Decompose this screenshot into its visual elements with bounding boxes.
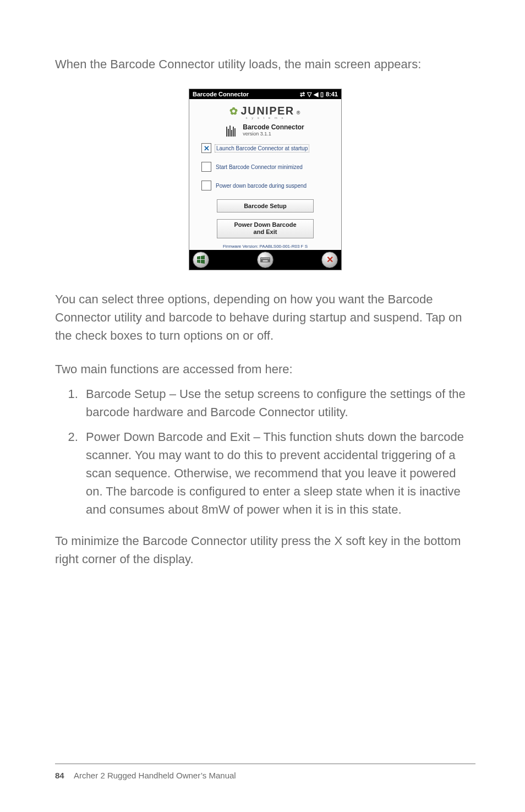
window-title: Barcode Connector	[193, 91, 249, 97]
svg-rect-3	[264, 258, 265, 259]
list-item: Barcode Setup – Use the setup screens to…	[81, 385, 475, 421]
barcode-setup-button[interactable]: Barcode Setup	[217, 199, 314, 212]
power-down-exit-button[interactable]: Power Down Barcode and Exit	[217, 219, 314, 238]
brand-subtext: s y s t e m s	[189, 116, 341, 119]
option-label: Launch Barcode Connector at startup	[215, 144, 309, 152]
checkbox-icon[interactable]: ✕	[201, 143, 211, 153]
intro-paragraph: When the Barcode Connector utility loads…	[55, 55, 475, 73]
svg-rect-5	[266, 258, 267, 259]
two-functions-paragraph: Two main functions are accessed from her…	[55, 360, 475, 378]
clock-text: 8:41	[326, 91, 338, 97]
signal-icon: ▽	[307, 91, 311, 97]
option-launch-startup[interactable]: ✕ Launch Barcode Connector at startup	[201, 143, 332, 153]
start-button[interactable]	[193, 252, 209, 268]
button-line1: Power Down Barcode	[218, 221, 312, 228]
app-title: Barcode Connector	[243, 124, 304, 131]
svg-rect-4	[265, 258, 266, 259]
svg-rect-2	[262, 258, 264, 259]
keyboard-button[interactable]	[257, 252, 274, 268]
device-navbar: ✕	[189, 250, 341, 270]
option-start-minimized[interactable]: Start Barcode Connector minimized	[201, 162, 332, 172]
options-paragraph: You can select three options, depending …	[55, 290, 475, 345]
app-version: version 3.1.1	[243, 131, 304, 137]
volume-icon: ◀	[314, 91, 318, 97]
svg-rect-8	[263, 260, 268, 261]
barcode-icon	[226, 124, 239, 137]
button-line2: and Exit	[218, 228, 312, 236]
svg-rect-6	[267, 258, 269, 259]
close-button[interactable]: ✕	[321, 252, 338, 268]
list-item: Power Down Barcode and Exit – This funct…	[81, 428, 475, 519]
sync-icon: ⇄	[300, 91, 305, 97]
firmware-version: Firmware Version: PAABLS00-001-R03 F S	[189, 244, 341, 249]
brand-logo: ✿ JUNIPER®	[189, 99, 341, 118]
leaf-icon: ✿	[229, 106, 239, 116]
svg-rect-7	[269, 258, 270, 259]
checkbox-icon[interactable]	[201, 181, 211, 190]
screenshot-figure: Barcode Connector ⇄ ▽ ◀ ▯ 8:41 ✿ JUNIPER…	[55, 89, 475, 270]
svg-rect-1	[261, 258, 262, 259]
brand-name: JUNIPER	[241, 105, 294, 117]
app-header: Barcode Connector version 3.1.1	[189, 124, 341, 137]
option-label: Start Barcode Connector minimized	[215, 164, 304, 171]
page-footer: 84 Archer 2 Rugged Handheld Owner’s Manu…	[55, 764, 475, 780]
minimize-paragraph: To minimize the Barcode Connector utilit…	[55, 532, 475, 568]
battery-icon: ▯	[320, 91, 324, 97]
svg-rect-0	[260, 257, 270, 262]
window-titlebar: Barcode Connector ⇄ ▽ ◀ ▯ 8:41	[189, 89, 341, 99]
manual-title: Archer 2 Rugged Handheld Owner’s Manual	[74, 771, 236, 780]
option-powerdown-suspend[interactable]: Power down barcode during suspend	[201, 181, 332, 190]
option-label: Power down barcode during suspend	[215, 182, 308, 189]
page-number: 84	[55, 771, 64, 780]
device-frame: Barcode Connector ⇄ ▽ ◀ ▯ 8:41 ✿ JUNIPER…	[189, 89, 342, 270]
functions-list: Barcode Setup – Use the setup screens to…	[55, 385, 475, 519]
checkbox-icon[interactable]	[201, 162, 211, 172]
brand-registered: ®	[297, 110, 301, 116]
